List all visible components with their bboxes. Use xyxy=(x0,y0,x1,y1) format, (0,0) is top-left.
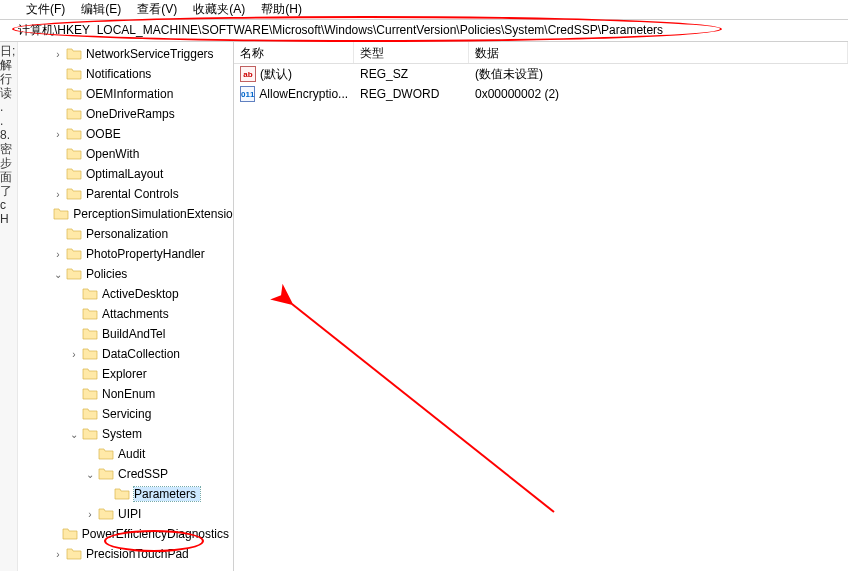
tree-pane[interactable]: ›NetworkServiceTriggers›Notifications›OE… xyxy=(18,42,234,571)
tree-item-servicing[interactable]: ›Servicing xyxy=(18,404,233,424)
address-bar[interactable]: 计算机\HKEY_LOCAL_MACHINE\SOFTWARE\Microsof… xyxy=(0,20,848,42)
annotation-arrow xyxy=(234,42,834,562)
tree-item-precisiontouchpad[interactable]: ›PrecisionTouchPad xyxy=(18,544,233,564)
expander-icon[interactable]: › xyxy=(50,249,66,260)
tree-item-networkservicetriggers[interactable]: ›NetworkServiceTriggers xyxy=(18,44,233,64)
tree-item-attachments[interactable]: ›Attachments xyxy=(18,304,233,324)
expander-icon[interactable]: › xyxy=(82,509,98,520)
tree-label: NetworkServiceTriggers xyxy=(86,47,218,61)
tree-label: OOBE xyxy=(86,127,125,141)
reg-dword-icon: 011 xyxy=(240,86,255,102)
folder-icon xyxy=(66,187,82,201)
folder-icon xyxy=(98,507,114,521)
expander-icon[interactable]: ⌄ xyxy=(82,469,98,480)
folder-icon xyxy=(98,467,114,481)
folder-icon xyxy=(66,147,82,161)
expander-icon[interactable]: › xyxy=(50,129,66,140)
tree-item-notifications[interactable]: ›Notifications xyxy=(18,64,233,84)
list-row[interactable]: ab(默认)REG_SZ(数值未设置) xyxy=(234,64,848,84)
folder-icon xyxy=(98,447,114,461)
tree-label: ActiveDesktop xyxy=(102,287,183,301)
col-data[interactable]: 数据 xyxy=(469,42,848,63)
list-row[interactable]: 011AllowEncryptio...REG_DWORD0x00000002 … xyxy=(234,84,848,104)
folder-icon xyxy=(82,367,98,381)
folder-icon xyxy=(82,407,98,421)
tree-item-personalization[interactable]: ›Personalization xyxy=(18,224,233,244)
tree-item-explorer[interactable]: ›Explorer xyxy=(18,364,233,384)
tree-label: Policies xyxy=(86,267,131,281)
tree-label: Notifications xyxy=(86,67,155,81)
tree-item-system[interactable]: ⌄System xyxy=(18,424,233,444)
expander-icon[interactable]: › xyxy=(66,349,82,360)
tree-item-optimallayout[interactable]: ›OptimalLayout xyxy=(18,164,233,184)
tree-item-powerefficiencydiagnostics[interactable]: ›PowerEfficiencyDiagnostics xyxy=(18,524,233,544)
tree-item-parental-controls[interactable]: ›Parental Controls xyxy=(18,184,233,204)
tree-item-uipi[interactable]: ›UIPI xyxy=(18,504,233,524)
menu-help[interactable]: 帮助(H) xyxy=(253,0,310,20)
col-type[interactable]: 类型 xyxy=(354,42,469,63)
list-header: 名称 类型 数据 xyxy=(234,42,848,64)
tree-label: CredSSP xyxy=(118,467,172,481)
folder-icon xyxy=(82,287,98,301)
folder-icon xyxy=(82,427,98,441)
value-data: (数值未设置) xyxy=(469,66,848,83)
tree-item-oobe[interactable]: ›OOBE xyxy=(18,124,233,144)
folder-icon xyxy=(66,67,82,81)
tree-item-onedriveramps[interactable]: ›OneDriveRamps xyxy=(18,104,233,124)
tree-item-credssp[interactable]: ⌄CredSSP xyxy=(18,464,233,484)
expander-icon[interactable]: ⌄ xyxy=(66,429,82,440)
expander-icon[interactable]: › xyxy=(50,189,66,200)
folder-icon xyxy=(66,107,82,121)
tree-item-datacollection[interactable]: ›DataCollection xyxy=(18,344,233,364)
value-type: REG_SZ xyxy=(354,67,469,81)
col-name[interactable]: 名称 xyxy=(234,42,354,63)
folder-icon xyxy=(66,87,82,101)
tree-item-policies[interactable]: ⌄Policies xyxy=(18,264,233,284)
folder-icon xyxy=(66,127,82,141)
tree-label: OEMInformation xyxy=(86,87,177,101)
tree-item-activedesktop[interactable]: ›ActiveDesktop xyxy=(18,284,233,304)
tree-item-parameters[interactable]: ›Parameters xyxy=(18,484,233,504)
tree-label: NonEnum xyxy=(102,387,159,401)
tree-label: Parental Controls xyxy=(86,187,183,201)
reg-string-icon: ab xyxy=(240,66,256,82)
value-name: AllowEncryptio... xyxy=(259,87,348,101)
tree-item-nonenum[interactable]: ›NonEnum xyxy=(18,384,233,404)
tree-label: OneDriveRamps xyxy=(86,107,179,121)
tree-label: PowerEfficiencyDiagnostics xyxy=(82,527,233,541)
menu-view[interactable]: 查看(V) xyxy=(129,0,185,20)
value-name: (默认) xyxy=(260,66,292,83)
folder-icon xyxy=(82,327,98,341)
expander-icon[interactable]: › xyxy=(50,549,66,560)
menu-edit[interactable]: 编辑(E) xyxy=(73,0,129,20)
tree-label: Attachments xyxy=(102,307,173,321)
value-type: REG_DWORD xyxy=(354,87,469,101)
tree-item-openwith[interactable]: ›OpenWith xyxy=(18,144,233,164)
svg-line-0 xyxy=(292,304,554,512)
left-cropped-strip: 日;解行读..8.密步面了cH xyxy=(0,42,18,571)
folder-icon xyxy=(66,267,82,281)
menu-file[interactable]: 文件(F) xyxy=(18,0,73,20)
folder-icon xyxy=(66,47,82,61)
folder-icon xyxy=(82,307,98,321)
tree-label: Parameters xyxy=(134,487,200,501)
expander-icon[interactable]: › xyxy=(50,49,66,60)
tree-item-perceptionsimulationextensions[interactable]: ›PerceptionSimulationExtensions xyxy=(18,204,233,224)
tree-item-oeminformation[interactable]: ›OEMInformation xyxy=(18,84,233,104)
tree-label: PhotoPropertyHandler xyxy=(86,247,209,261)
tree-label: Servicing xyxy=(102,407,155,421)
tree-label: PrecisionTouchPad xyxy=(86,547,193,561)
tree-item-audit[interactable]: ›Audit xyxy=(18,444,233,464)
tree-label: Personalization xyxy=(86,227,172,241)
value-list-pane[interactable]: 名称 类型 数据 ab(默认)REG_SZ(数值未设置)011AllowEncr… xyxy=(234,42,848,571)
tree-label: Audit xyxy=(118,447,149,461)
expander-icon[interactable]: ⌄ xyxy=(50,269,66,280)
folder-icon xyxy=(114,487,130,501)
value-data: 0x00000002 (2) xyxy=(469,87,848,101)
menu-favorites[interactable]: 收藏夹(A) xyxy=(185,0,253,20)
folder-icon xyxy=(53,207,69,221)
tree-item-buildandtel[interactable]: ›BuildAndTel xyxy=(18,324,233,344)
tree-item-photopropertyhandler[interactable]: ›PhotoPropertyHandler xyxy=(18,244,233,264)
tree-label: System xyxy=(102,427,146,441)
folder-icon xyxy=(66,167,82,181)
